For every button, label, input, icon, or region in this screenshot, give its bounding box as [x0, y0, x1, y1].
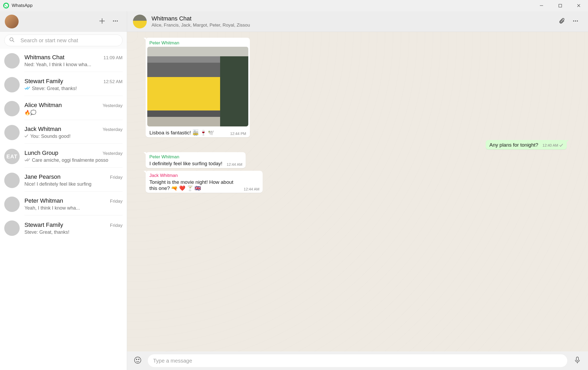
svg-point-12 — [573, 20, 574, 22]
chat-item-name: Whitmans Chat — [24, 54, 64, 61]
chat-list-item[interactable]: Jack WhitmanYesterdayYou: Sounds good! — [0, 121, 127, 144]
chat-item-preview: Steve: Great, thanks! — [32, 86, 123, 91]
svg-point-15 — [135, 357, 141, 363]
message-row: Peter WhitmanLisboa is fantastic! 🚋 🍷 🕊️… — [146, 38, 567, 137]
message-time: 12:40 AM — [543, 143, 564, 148]
svg-point-16 — [136, 359, 137, 360]
message-status-icon — [559, 144, 564, 148]
chat-list-item[interactable]: Stewart FamilyFridaySteve: Great, thanks… — [0, 216, 127, 240]
attach-button[interactable] — [556, 15, 569, 28]
message-sender: Peter Whitman — [149, 154, 242, 160]
message-text: I definitely feel like surfing today! — [149, 161, 222, 167]
message-input[interactable] — [153, 358, 562, 364]
chat-avatar[interactable] — [133, 15, 147, 28]
plus-icon — [99, 18, 106, 25]
chat-item-time: Yesterday — [103, 127, 123, 132]
svg-point-17 — [138, 359, 139, 360]
sidebar: Whitmans Chat11:09 AMNed: Yeah, I think … — [0, 11, 127, 370]
chat-item-time: 12:52 AM — [103, 79, 123, 84]
new-chat-button[interactable] — [95, 15, 109, 28]
my-avatar[interactable] — [5, 15, 19, 28]
chat-item-name: Stewart Family — [24, 222, 63, 228]
message-row: Any plans for tonight?12:40 AM — [146, 140, 567, 150]
more-horizontal-icon — [572, 18, 579, 25]
message-bubble-outgoing[interactable]: Any plans for tonight?12:40 AM — [486, 140, 567, 150]
chat-item-avatar — [4, 149, 20, 164]
emoji-button[interactable] — [132, 355, 143, 366]
chat-item-preview: You: Sounds good! — [30, 134, 123, 139]
chat-item-preview: Steve: Great, thanks! — [24, 229, 123, 235]
svg-point-7 — [113, 20, 114, 22]
more-horizontal-icon — [112, 18, 119, 25]
message-bubble-incoming[interactable]: Jack WhitmanTonight is the movie night! … — [146, 171, 263, 193]
read-status-icon — [24, 134, 29, 139]
chat-list-item[interactable]: Stewart Family12:52 AMSteve: Great, than… — [0, 73, 127, 97]
svg-point-8 — [115, 20, 116, 22]
chat-item-avatar — [4, 220, 20, 236]
window-close-button[interactable] — [569, 0, 588, 11]
chat-list-item[interactable]: Jane PearsonFridayNice! I definitely fee… — [0, 168, 127, 192]
chat-header-titles[interactable]: Whitmans Chat Alice, Francis, Jack, Marg… — [152, 15, 556, 28]
svg-line-11 — [13, 41, 14, 42]
message-bubble-incoming[interactable]: Peter WhitmanI definitely feel like surf… — [146, 152, 246, 168]
message-image[interactable] — [147, 47, 248, 126]
message-row: Peter WhitmanI definitely feel like surf… — [146, 152, 567, 168]
chat-item-name: Peter Whitman — [24, 197, 63, 204]
window-minimize-button[interactable] — [532, 0, 551, 11]
chat-item-name: Jane Pearson — [24, 173, 61, 180]
chat-item-time: Friday — [110, 175, 123, 180]
message-bubble-incoming[interactable]: Peter WhitmanLisboa is fantastic! 🚋 🍷 🕊️… — [146, 38, 250, 137]
message-sender: Jack Whitman — [149, 173, 259, 178]
chat-item-time: Friday — [110, 199, 123, 204]
svg-rect-18 — [576, 357, 578, 361]
chat-body[interactable]: Peter WhitmanLisboa is fantastic! 🚋 🍷 🕊️… — [127, 32, 588, 351]
chat-subtitle: Alice, Francis, Jack, Margot, Peter, Roy… — [152, 23, 556, 28]
window-controls — [532, 0, 588, 11]
chat-item-name: Stewart Family — [24, 78, 63, 85]
chat-item-avatar — [4, 197, 20, 212]
chat-list[interactable]: Whitmans Chat11:09 AMNed: Yeah, I think … — [0, 49, 127, 370]
message-text: Tonight is the movie night! How about th… — [149, 179, 240, 191]
whatsapp-logo-icon — [3, 3, 9, 8]
conversation-pane: Whitmans Chat Alice, Francis, Jack, Marg… — [127, 11, 588, 370]
svg-point-9 — [117, 20, 118, 22]
chat-menu-button[interactable] — [569, 15, 582, 28]
message-text: Any plans for tonight? — [489, 142, 538, 148]
chat-item-name: Jack Whitman — [24, 126, 61, 133]
chat-item-avatar — [4, 77, 20, 92]
voice-button[interactable] — [572, 355, 583, 366]
message-time: 12:44 AM — [227, 162, 242, 167]
chat-item-time: Yesterday — [103, 103, 123, 108]
window-maximize-button[interactable] — [551, 0, 569, 11]
chat-list-item[interactable]: Alice WhitmanYesterday🔥💭 — [0, 97, 127, 121]
svg-rect-2 — [559, 4, 562, 7]
message-row: Jack WhitmanTonight is the movie night! … — [146, 171, 567, 193]
chat-list-item[interactable]: Peter WhitmanFridayYeah, I think I know … — [0, 192, 127, 216]
chat-item-avatar — [4, 125, 20, 140]
svg-point-13 — [575, 20, 576, 22]
message-input-wrap[interactable] — [148, 354, 567, 367]
search-icon — [9, 37, 15, 44]
search-input[interactable] — [20, 37, 117, 44]
chat-title: Whitmans Chat — [152, 15, 556, 22]
chat-list-item[interactable]: Whitmans Chat11:09 AMNed: Yeah, I think … — [0, 49, 127, 73]
app-name: WhatsApp — [12, 3, 32, 8]
window-titlebar: WhatsApp — [0, 0, 588, 11]
message-text: Lisboa is fantastic! 🚋 🍷 🕊️ — [149, 130, 227, 136]
chat-item-preview: Care amiche, oggi finalmente posso — [32, 158, 123, 163]
chat-header: Whitmans Chat Alice, Francis, Jack, Marg… — [127, 11, 588, 32]
chat-item-time: Friday — [110, 223, 123, 228]
read-status-icon — [24, 86, 30, 91]
smile-icon — [134, 356, 142, 365]
chat-item-avatar — [4, 101, 20, 116]
message-time: 12:44 PM — [230, 131, 246, 136]
chat-list-item[interactable]: Lunch GroupYesterdayCare amiche, oggi fi… — [0, 144, 127, 168]
chat-item-avatar — [4, 53, 20, 69]
sidebar-menu-button[interactable] — [109, 15, 122, 28]
message-sender: Peter Whitman — [147, 39, 248, 46]
search-box[interactable] — [4, 35, 123, 46]
chat-item-name: Lunch Group — [24, 150, 58, 156]
sidebar-header — [0, 11, 127, 32]
chat-item-time: Yesterday — [103, 151, 123, 156]
microphone-icon — [574, 356, 581, 365]
